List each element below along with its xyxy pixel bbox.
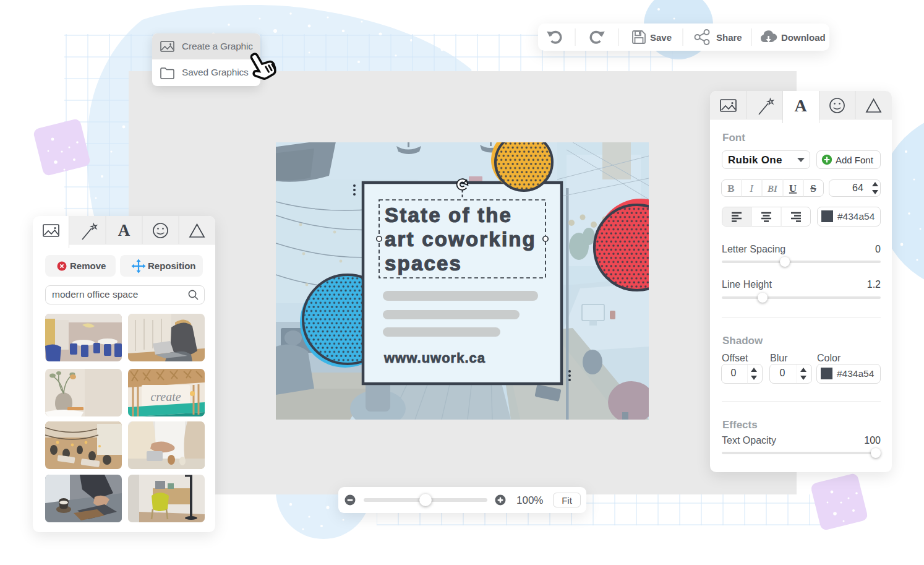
svg-text:I: I: [749, 183, 754, 194]
svg-text:S: S: [810, 183, 816, 194]
svg-text:create: create: [150, 390, 181, 403]
svg-text:BI: BI: [767, 184, 778, 194]
svg-text:U: U: [789, 183, 797, 194]
svg-text:B: B: [727, 183, 734, 194]
svg-text:A: A: [794, 96, 807, 115]
